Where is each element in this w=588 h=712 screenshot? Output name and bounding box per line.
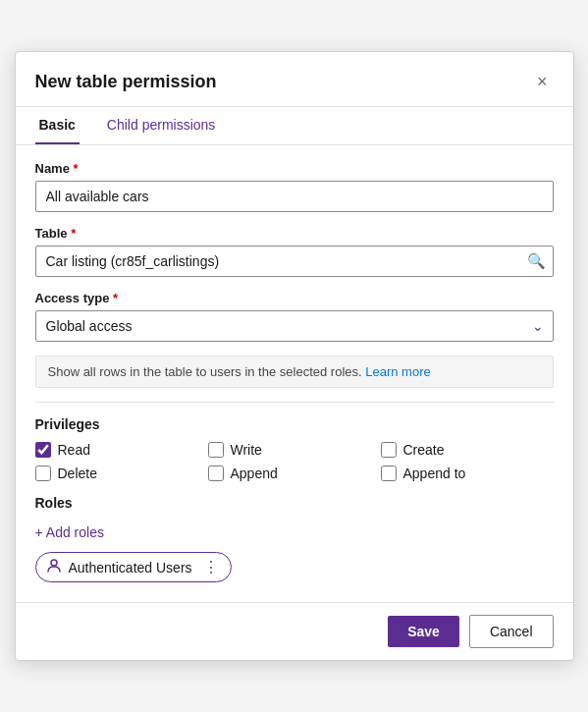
name-field-group: Name * xyxy=(35,161,554,212)
more-icon[interactable]: ⋮ xyxy=(203,558,219,576)
new-table-permission-dialog: New table permission × Basic Child permi… xyxy=(15,51,574,661)
checkbox-create-input[interactable] xyxy=(381,442,397,458)
table-input-wrapper: 🔍 xyxy=(35,246,554,277)
name-label: Name * xyxy=(35,161,554,176)
svg-point-0 xyxy=(51,560,57,566)
role-chip-label: Authenticated Users xyxy=(69,560,192,575)
learn-more-link[interactable]: Learn more xyxy=(365,364,430,379)
checkbox-append-to[interactable]: Append to xyxy=(381,466,554,481)
dialog-footer: Save Cancel xyxy=(16,602,573,660)
cancel-button[interactable]: Cancel xyxy=(469,615,554,648)
checkbox-delete-input[interactable] xyxy=(35,466,51,481)
search-icon: 🔍 xyxy=(527,252,546,270)
checkbox-create-label: Create xyxy=(403,442,445,458)
tabs-container: Basic Child permissions xyxy=(16,107,573,145)
checkbox-write-input[interactable] xyxy=(208,442,224,458)
divider xyxy=(35,402,554,403)
table-input[interactable] xyxy=(35,246,554,277)
tab-basic[interactable]: Basic xyxy=(35,107,80,144)
checkbox-read-input[interactable] xyxy=(35,442,51,458)
tab-child-permissions[interactable]: Child permissions xyxy=(103,107,219,144)
close-button[interactable]: × xyxy=(531,70,554,94)
checkbox-write-label: Write xyxy=(231,442,262,458)
role-chip: Authenticated Users ⋮ xyxy=(35,552,232,582)
checkbox-read[interactable]: Read xyxy=(35,442,208,458)
access-type-select[interactable]: Global access Organization User xyxy=(35,310,554,342)
roles-section: Roles + Add roles Authenticated Users ⋮ xyxy=(35,495,554,582)
dialog-header: New table permission × xyxy=(16,52,573,107)
checkbox-write[interactable]: Write xyxy=(208,442,381,458)
dialog-body: Name * Table * 🔍 Access type * Global ac… xyxy=(16,145,573,602)
roles-label: Roles xyxy=(35,495,554,511)
privileges-group: Privileges Read Write Create Delete xyxy=(35,416,554,481)
table-field-group: Table * 🔍 xyxy=(35,226,554,277)
access-type-select-wrapper: Global access Organization User ⌄ xyxy=(35,310,554,342)
checkbox-delete-label: Delete xyxy=(58,466,97,481)
add-roles-button[interactable]: + Add roles xyxy=(35,520,104,544)
table-label: Table * xyxy=(35,226,554,241)
access-type-field-group: Access type * Global access Organization… xyxy=(35,291,554,342)
save-button[interactable]: Save xyxy=(388,616,459,647)
checkbox-append-input[interactable] xyxy=(208,466,224,481)
checkbox-append[interactable]: Append xyxy=(208,466,381,481)
checkbox-append-label: Append xyxy=(231,466,278,481)
person-icon xyxy=(46,558,62,576)
privileges-label: Privileges xyxy=(35,416,554,432)
checkbox-append-to-input[interactable] xyxy=(381,466,397,481)
checkbox-create[interactable]: Create xyxy=(381,442,554,458)
info-box: Show all rows in the table to users in t… xyxy=(35,356,554,388)
dialog-title: New table permission xyxy=(35,72,217,92)
checkbox-append-to-label: Append to xyxy=(403,466,466,481)
checkboxes-grid: Read Write Create Delete Append xyxy=(35,442,554,481)
name-input[interactable] xyxy=(35,181,554,212)
checkbox-read-label: Read xyxy=(58,442,90,458)
checkbox-delete[interactable]: Delete xyxy=(35,466,208,481)
access-type-label: Access type * xyxy=(35,291,554,305)
